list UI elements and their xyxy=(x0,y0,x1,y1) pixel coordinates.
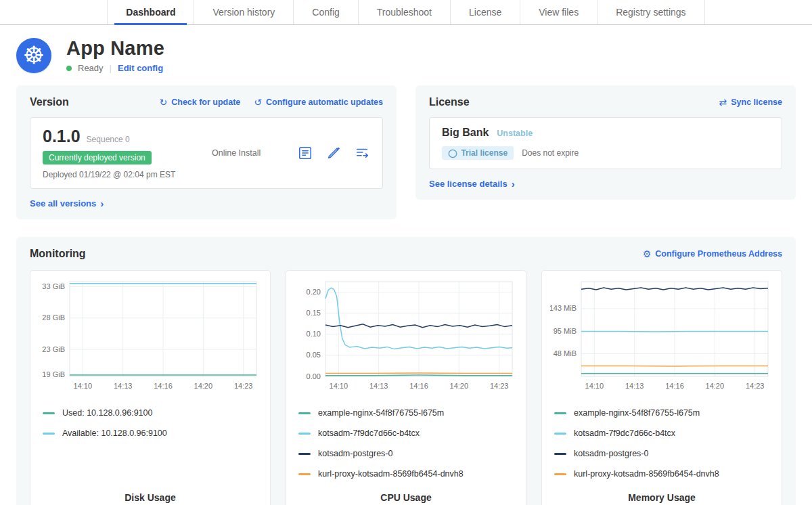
version-actions xyxy=(297,145,370,161)
legend-label: kotsadm-postgres-0 xyxy=(318,449,392,458)
legend-label: Available: 10.128.0.96:9100 xyxy=(62,429,167,438)
trial-license-label: Trial license xyxy=(461,148,508,158)
configure-automatic-updates-link[interactable]: ↺ Configure automatic updates xyxy=(254,97,383,108)
license-channel: Unstable xyxy=(497,129,533,138)
tab-registry-settings[interactable]: Registry settings xyxy=(597,0,704,24)
version-card: Version ↻ Check for update ↺ Configure a… xyxy=(16,85,397,219)
tab-view-files[interactable]: View files xyxy=(520,0,597,24)
svg-text:14:10: 14:10 xyxy=(585,382,604,390)
disk-usage-chart-card: 19 GiB23 GiB28 GiB33 GiB14:1014:1314:161… xyxy=(30,270,271,505)
legend-label: kurl-proxy-kotsadm-8569fb6454-dnvh8 xyxy=(574,469,719,479)
chart-legend: example-nginx-54f8f76755-l675mkotsadm-7f… xyxy=(550,403,773,484)
trial-license-badge: ◯︎ Trial license xyxy=(442,146,514,160)
memory-usage-chart: 48 MiB95 MiB143 MiB14:1014:1314:1614:201… xyxy=(550,278,773,396)
configure-prometheus-link[interactable]: ⚙ Configure Prometheus Address xyxy=(643,248,782,259)
tab-config[interactable]: Config xyxy=(293,0,357,24)
svg-text:0.05: 0.05 xyxy=(307,351,321,359)
version-card-title: Version xyxy=(30,96,69,108)
chart-legend: Used: 10.128.0.96:9100Available: 10.128.… xyxy=(39,403,262,443)
legend-label: Used: 10.128.0.96:9100 xyxy=(62,408,152,418)
preflight-checks-icon[interactable] xyxy=(325,145,342,161)
legend-label: kotsadm-postgres-0 xyxy=(574,449,648,458)
svg-text:0.15: 0.15 xyxy=(307,309,321,317)
deployed-badge: Currently deployed version xyxy=(43,151,152,164)
divider: | xyxy=(110,63,112,73)
edit-config-link[interactable]: Edit config xyxy=(118,63,163,73)
legend-dash-icon xyxy=(298,433,311,435)
tab-troubleshoot[interactable]: Troubleshoot xyxy=(358,0,450,24)
app-title: App Name xyxy=(66,37,164,60)
svg-text:33 GiB: 33 GiB xyxy=(42,282,65,290)
svg-text:14:13: 14:13 xyxy=(369,382,388,390)
legend-item: Available: 10.128.0.96:9100 xyxy=(39,423,262,443)
svg-text:0.00: 0.00 xyxy=(307,372,321,380)
legend-label: kotsadm-7f9dc7d66c-b4tcx xyxy=(574,429,675,438)
chart-plot: 0.000.050.100.150.2014:1014:1314:1614:20… xyxy=(294,278,518,394)
check-for-update-link[interactable]: ↻ Check for update xyxy=(159,97,240,108)
see-all-versions-link[interactable]: See all versions › xyxy=(30,198,104,208)
chart-title: CPU Usage xyxy=(294,484,518,505)
tab-dashboard[interactable]: Dashboard xyxy=(107,0,194,24)
app-title-block: App Name Ready | Edit config xyxy=(66,37,164,73)
license-card-title: License xyxy=(429,96,470,108)
deploy-logs-icon[interactable] xyxy=(354,145,370,161)
see-all-versions-label: See all versions xyxy=(30,198,96,208)
tab-version-history[interactable]: Version history xyxy=(194,0,293,24)
cpu-usage-chart-card: 0.000.050.100.150.2014:1014:1314:1614:20… xyxy=(286,270,526,505)
see-license-details-link[interactable]: See license details › xyxy=(429,179,515,189)
license-expiration: Does not expire xyxy=(522,148,579,158)
tab-license[interactable]: License xyxy=(450,0,520,24)
chart-title: Disk Usage xyxy=(39,484,262,505)
legend-dash-icon xyxy=(43,412,55,414)
svg-text:14:23: 14:23 xyxy=(490,382,509,390)
legend-dash-icon xyxy=(554,473,566,475)
sequence-label: Sequence 0 xyxy=(87,135,130,144)
memory-usage-chart-card: 48 MiB95 MiB143 MiB14:1014:1314:1614:201… xyxy=(541,270,782,505)
clock-icon: ◯︎ xyxy=(448,148,457,158)
legend-dash-icon xyxy=(554,433,566,435)
monitoring-section: Monitoring ⚙ Configure Prometheus Addres… xyxy=(16,237,796,505)
legend-dash-icon xyxy=(554,412,566,414)
legend-item: kotsadm-postgres-0 xyxy=(294,443,518,464)
top-nav: Dashboard Version history Config Trouble… xyxy=(0,0,812,25)
configure-prometheus-label: Configure Prometheus Address xyxy=(655,249,782,259)
charts-row: 19 GiB23 GiB28 GiB33 GiB14:1014:1314:161… xyxy=(30,270,782,505)
current-version-panel: 0.1.0 Sequence 0 Currently deployed vers… xyxy=(30,117,383,189)
svg-text:14:23: 14:23 xyxy=(234,382,253,390)
svg-text:14:13: 14:13 xyxy=(114,382,133,390)
legend-label: example-nginx-54f8f76755-l675m xyxy=(574,408,700,418)
license-panel: Big Bank Unstable ◯︎ Trial license Does … xyxy=(429,117,782,169)
release-notes-icon[interactable] xyxy=(297,145,313,161)
svg-text:0.10: 0.10 xyxy=(307,330,321,338)
chart-plot: 48 MiB95 MiB143 MiB14:1014:1314:1614:201… xyxy=(550,278,773,394)
monitoring-title: Monitoring xyxy=(30,248,86,260)
legend-item: example-nginx-54f8f76755-l675m xyxy=(294,403,518,423)
chevron-right-icon: › xyxy=(100,198,104,208)
svg-text:23 GiB: 23 GiB xyxy=(42,345,65,353)
legend-dash-icon xyxy=(298,453,311,455)
refresh-icon: ↻ xyxy=(159,97,167,108)
app-status: Ready xyxy=(78,63,104,73)
svg-text:14:16: 14:16 xyxy=(154,382,173,390)
cards-row: Version ↻ Check for update ↺ Configure a… xyxy=(0,79,812,219)
svg-text:14:10: 14:10 xyxy=(330,382,348,390)
svg-text:95 MiB: 95 MiB xyxy=(554,327,577,335)
legend-label: kotsadm-7f9dc7d66c-b4tcx xyxy=(318,429,420,438)
sync-license-label: Sync license xyxy=(731,97,782,107)
version-info: 0.1.0 Sequence 0 Currently deployed vers… xyxy=(43,127,175,179)
legend-item: example-nginx-54f8f76755-l675m xyxy=(550,403,773,423)
svg-text:19 GiB: 19 GiB xyxy=(42,370,65,378)
svg-text:14:13: 14:13 xyxy=(625,382,644,390)
legend-dash-icon xyxy=(298,412,311,414)
svg-text:14:20: 14:20 xyxy=(706,382,725,390)
status-dot-icon xyxy=(66,66,72,71)
legend-item: Used: 10.128.0.96:9100 xyxy=(39,403,262,423)
cpu-usage-chart: 0.000.050.100.150.2014:1014:1314:1614:20… xyxy=(294,278,518,396)
chart-plot: 19 GiB23 GiB28 GiB33 GiB14:1014:1314:161… xyxy=(39,278,262,394)
legend-item: kotsadm-7f9dc7d66c-b4tcx xyxy=(294,423,518,443)
svg-text:0.20: 0.20 xyxy=(307,288,321,296)
sync-license-link[interactable]: ⇄ Sync license xyxy=(719,97,782,108)
svg-text:14:10: 14:10 xyxy=(74,382,93,390)
auto-update-icon: ↺ xyxy=(254,97,262,108)
check-for-update-label: Check for update xyxy=(171,97,240,107)
